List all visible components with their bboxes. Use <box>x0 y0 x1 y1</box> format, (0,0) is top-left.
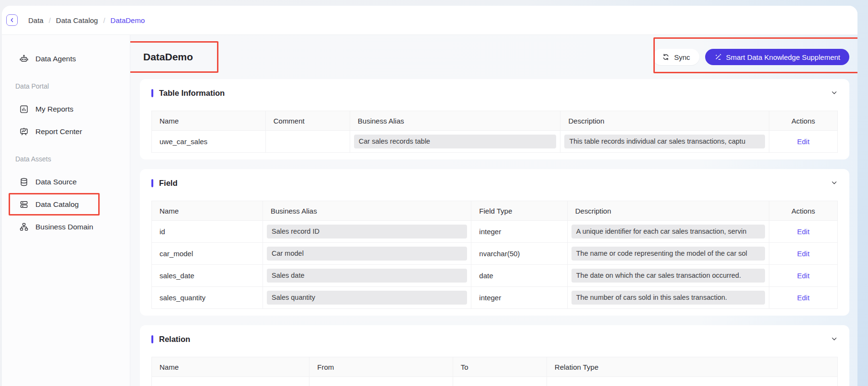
breadcrumb-item-data-catalog[interactable]: Data Catalog <box>56 16 98 24</box>
relation-table: NameFromToRelation Type <box>151 357 838 386</box>
sidebar-item-label: Data Catalog <box>35 200 79 209</box>
column-header-name: Name <box>152 357 309 377</box>
field-table: NameBusiness AliasField TypeDescriptionA… <box>151 201 838 309</box>
sidebar-section-label: Data Assets <box>2 154 130 164</box>
accent-bar <box>151 89 153 97</box>
cell-actions: Edit <box>769 243 837 265</box>
cell-actions: Edit <box>769 131 837 153</box>
edit-link[interactable]: Edit <box>797 250 810 258</box>
accent-bar <box>151 335 153 343</box>
sidebar-item-data-catalog[interactable]: Data Catalog <box>2 193 130 216</box>
table-header-row: NameCommentBusiness AliasDescriptionActi… <box>152 111 838 131</box>
edit-link[interactable]: Edit <box>797 137 810 146</box>
cell-business_alias: Sales quantity <box>263 287 471 309</box>
cell-actions: Edit <box>769 265 837 287</box>
cell-name: sales_date <box>152 265 263 287</box>
table-row: car_modelCar modelnvarchar(50)The name o… <box>152 243 838 265</box>
topbar: Data / Data Catalog / DataDemo <box>2 6 857 35</box>
cell-actions: Edit <box>769 221 837 243</box>
section-title: Relation <box>159 335 190 344</box>
section-header: Table Information <box>151 88 838 98</box>
sidebar-item-report-center[interactable]: Report Center <box>2 120 130 143</box>
column-header-comment: Comment <box>265 111 350 131</box>
readonly-field: Sales date <box>267 269 467 283</box>
chevron-down-icon[interactable] <box>831 89 838 96</box>
sidebar-item-business-domain[interactable]: Business Domain <box>2 216 130 238</box>
section-field: Field NameBusiness AliasField TypeDescri… <box>140 169 849 316</box>
section-table-information: Table Information NameCommentBusiness Al… <box>140 79 849 159</box>
column-header-field_type: Field Type <box>471 201 567 221</box>
table-row: idSales record IDintegerA unique identif… <box>152 221 838 243</box>
cell-name: car_model <box>152 243 263 265</box>
robot-icon <box>19 54 29 64</box>
cell-business_alias: Sales date <box>263 265 471 287</box>
cell-name: sales_quantity <box>152 287 263 309</box>
smart-data-knowledge-supplement-button[interactable]: Smart Data Knowledge Supplement <box>705 49 849 65</box>
back-button[interactable] <box>6 14 18 26</box>
table-information-table: NameCommentBusiness AliasDescriptionActi… <box>151 111 838 153</box>
cell-business_alias: Car sales records table <box>350 131 560 153</box>
sync-button[interactable]: Sync <box>653 49 699 65</box>
sidebar-item-data-agents[interactable]: Data Agents <box>2 47 130 70</box>
table-row: sales_dateSales datedateThe date on whic… <box>152 265 838 287</box>
cell-field_type: integer <box>471 221 567 243</box>
readonly-field: This table records individual car sales … <box>564 135 765 148</box>
cell-name: id <box>152 221 263 243</box>
cell-business_alias: Car model <box>263 243 471 265</box>
cell-field_type: date <box>471 265 567 287</box>
cell-relation_type <box>547 377 837 386</box>
cell-description: This table records individual car sales … <box>560 131 769 153</box>
breadcrumb-separator: / <box>103 16 105 24</box>
org-chart-icon <box>19 222 29 232</box>
header-actions: Sync Smart Data Knowledge Supplement <box>653 49 849 65</box>
cell-description: The date on which the car sales transact… <box>567 265 769 287</box>
sync-icon <box>662 53 670 61</box>
column-header-to: To <box>453 357 547 377</box>
main-header: DataDemo Sync <box>140 35 849 79</box>
edit-link[interactable]: Edit <box>797 272 810 280</box>
readonly-field: The name or code representing the model … <box>571 247 765 261</box>
catalog-stack-icon <box>19 200 29 209</box>
readonly-field: Sales quantity <box>267 291 467 305</box>
breadcrumb: Data / Data Catalog / DataDemo <box>28 16 145 24</box>
sidebar-item-my-reports[interactable]: My Reports <box>2 98 130 120</box>
sidebar-item-label: Data Agents <box>35 55 76 63</box>
app-panel: Data / Data Catalog / DataDemo <box>2 6 857 386</box>
page-title: DataDemo <box>143 51 193 63</box>
column-header-name: Name <box>152 111 266 131</box>
column-header-actions: Actions <box>769 201 837 221</box>
column-header-name: Name <box>152 201 263 221</box>
column-header-business_alias: Business Alias <box>263 201 471 221</box>
sidebar-section-label: Data Portal <box>2 81 130 91</box>
cell-business_alias: Sales record ID <box>263 221 471 243</box>
page-background: Data / Data Catalog / DataDemo <box>0 0 868 386</box>
cell-name <box>152 377 309 386</box>
chevron-down-icon[interactable] <box>831 335 838 342</box>
sidebar-item-label: Report Center <box>35 127 82 136</box>
column-header-relation_type: Relation Type <box>547 357 837 377</box>
column-header-from: From <box>309 357 453 377</box>
cell-to <box>453 377 547 386</box>
chevron-left-icon <box>9 17 15 23</box>
accent-bar <box>151 179 153 187</box>
cell-field_type: integer <box>471 287 567 309</box>
cell-name: uwe_car_sales <box>152 131 266 153</box>
edit-link[interactable]: Edit <box>797 294 810 302</box>
cell-actions: Edit <box>769 287 837 309</box>
cell-field_type: nvarchar(50) <box>471 243 567 265</box>
bar-chart-icon <box>19 104 29 114</box>
sync-button-label: Sync <box>674 53 690 61</box>
readonly-field: Sales record ID <box>267 225 467 238</box>
readonly-field: The number of cars sold in this sales tr… <box>571 291 765 305</box>
column-header-description: Description <box>560 111 769 131</box>
sidebar-item-label: My Reports <box>35 105 73 114</box>
presentation-chart-icon <box>19 127 29 136</box>
breadcrumb-item-data[interactable]: Data <box>28 16 44 24</box>
table-row-empty <box>152 377 838 386</box>
breadcrumb-separator: / <box>49 16 51 24</box>
sidebar-item-data-source[interactable]: Data Source <box>2 170 130 193</box>
chevron-down-icon[interactable] <box>831 179 838 186</box>
table-row: uwe_car_salesCar sales records tableThis… <box>152 131 838 153</box>
edit-link[interactable]: Edit <box>797 227 810 236</box>
section-relation: Relation NameFromToRelation Type <box>140 325 849 386</box>
